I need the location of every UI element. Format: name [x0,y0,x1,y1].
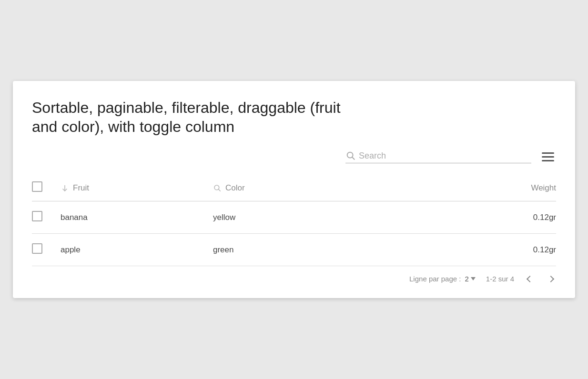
search-field[interactable] [345,150,531,163]
row-check-apple[interactable] [32,234,61,266]
row-checkbox-banana[interactable] [32,211,42,221]
per-page-section: Ligne par page : 2 [409,275,476,283]
weight-col-label: Weight [531,183,556,193]
cell-color-apple: green [213,234,385,266]
cell-fruit-banana: banana [61,201,213,234]
pagination-info: 1-2 sur 4 [486,275,514,283]
table-body: banana yellow 0.12gr apple green [32,201,556,266]
select-all-checkbox[interactable] [32,181,42,192]
per-page-value: 2 [465,275,468,283]
per-page-label: Ligne par page : [409,275,461,283]
chevron-right-icon [547,275,554,282]
toggle-columns-button[interactable] [540,150,556,163]
col-header-weight[interactable]: Weight [385,177,556,201]
next-page-button[interactable] [546,276,556,282]
table-row: apple green 0.12gr [32,234,556,266]
row-checkbox-apple[interactable] [32,243,42,254]
chevron-left-icon [527,275,533,282]
col-header-check[interactable] [32,177,61,201]
fruit-col-label: Fruit [73,183,89,193]
page-title: Sortable, paginable, filterable, draggab… [32,98,356,136]
toolbar [32,150,556,163]
cell-fruit-apple: apple [61,234,213,266]
svg-line-1 [352,157,355,160]
prev-page-button[interactable] [525,276,535,282]
main-card: Sortable, paginable, filterable, draggab… [13,81,575,298]
table-header-row: Fruit Color Weight [32,177,556,201]
table-row: banana yellow 0.12gr [32,201,556,234]
cell-color-banana: yellow [213,201,385,234]
svg-point-0 [347,152,353,158]
data-table: Fruit Color Weight [32,177,556,266]
row-check-banana[interactable] [32,201,61,234]
table-footer: Ligne par page : 2 1-2 sur 4 [32,275,556,283]
filter-search-icon [213,184,222,192]
svg-line-4 [219,189,221,191]
col-header-color[interactable]: Color [213,177,385,201]
search-input[interactable] [359,151,531,161]
search-icon [345,150,356,161]
col-header-fruit[interactable]: Fruit [61,177,213,201]
cell-weight-banana: 0.12gr [385,201,556,234]
svg-point-3 [214,185,219,190]
color-col-label: Color [225,183,245,193]
cell-weight-apple: 0.12gr [385,234,556,266]
sort-down-icon [61,184,69,192]
per-page-chevron-icon [471,277,476,280]
per-page-select[interactable]: 2 [465,275,475,283]
